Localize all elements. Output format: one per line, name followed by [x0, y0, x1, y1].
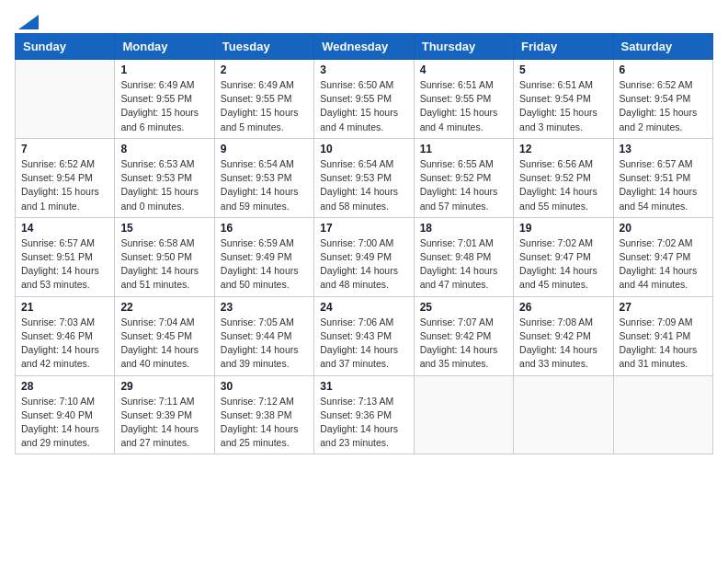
cell-details: Sunrise: 7:02 AMSunset: 9:47 PMDaylight:… — [620, 236, 707, 293]
day-number: 31 — [320, 380, 407, 393]
cell-details: Sunrise: 6:56 AMSunset: 9:52 PMDaylight:… — [519, 157, 607, 213]
calendar-week-row: 1Sunrise: 6:49 AMSunset: 9:55 PMDaylight… — [16, 60, 713, 139]
calendar-cell: 15Sunrise: 6:58 AMSunset: 9:50 PMDayligh… — [115, 217, 214, 296]
calendar-week-row: 14Sunrise: 6:57 AMSunset: 9:51 PMDayligh… — [16, 217, 713, 296]
cell-details: Sunrise: 7:13 AMSunset: 9:36 PMDaylight:… — [320, 395, 407, 451]
calendar-cell: 27Sunrise: 7:09 AMSunset: 9:41 PMDayligh… — [613, 296, 712, 375]
day-number: 20 — [620, 222, 707, 235]
cell-details: Sunrise: 6:57 AMSunset: 9:51 PMDaylight:… — [21, 236, 108, 293]
cell-details: Sunrise: 7:00 AMSunset: 9:49 PMDaylight:… — [320, 236, 407, 293]
calendar-header-row: SundayMondayTuesdayWednesdayThursdayFrid… — [16, 34, 713, 60]
cell-details: Sunrise: 6:57 AMSunset: 9:51 PMDaylight:… — [620, 157, 707, 213]
calendar-cell: 12Sunrise: 6:56 AMSunset: 9:52 PMDayligh… — [514, 138, 613, 217]
calendar-cell: 13Sunrise: 6:57 AMSunset: 9:51 PMDayligh… — [613, 138, 712, 217]
page-header — [15, 15, 713, 26]
weekday-header: Wednesday — [314, 34, 414, 60]
day-number: 24 — [320, 301, 407, 314]
day-number: 15 — [120, 222, 208, 235]
day-number: 18 — [420, 222, 507, 235]
calendar-cell: 11Sunrise: 6:55 AMSunset: 9:52 PMDayligh… — [414, 138, 513, 217]
calendar-cell: 31Sunrise: 7:13 AMSunset: 9:36 PMDayligh… — [314, 375, 414, 454]
day-number: 29 — [120, 380, 208, 393]
day-number: 5 — [519, 63, 607, 76]
weekday-header: Thursday — [414, 34, 513, 60]
calendar-cell: 26Sunrise: 7:08 AMSunset: 9:42 PMDayligh… — [514, 296, 613, 375]
day-number: 11 — [420, 143, 507, 155]
cell-details: Sunrise: 7:11 AMSunset: 9:39 PMDaylight:… — [120, 395, 208, 451]
day-number: 12 — [519, 143, 607, 155]
cell-details: Sunrise: 7:12 AMSunset: 9:38 PMDaylight:… — [221, 395, 308, 451]
day-number: 16 — [221, 222, 308, 235]
day-number: 23 — [221, 301, 308, 314]
cell-details: Sunrise: 6:58 AMSunset: 9:50 PMDaylight:… — [120, 236, 208, 293]
cell-details: Sunrise: 6:59 AMSunset: 9:49 PMDaylight:… — [221, 236, 308, 293]
calendar-cell — [414, 375, 513, 454]
cell-details: Sunrise: 7:06 AMSunset: 9:43 PMDaylight:… — [320, 316, 407, 372]
cell-details: Sunrise: 7:08 AMSunset: 9:42 PMDaylight:… — [519, 316, 607, 372]
day-number: 4 — [420, 63, 507, 76]
calendar-cell: 4Sunrise: 6:51 AMSunset: 9:55 PMDaylight… — [414, 60, 513, 139]
calendar-cell: 19Sunrise: 7:02 AMSunset: 9:47 PMDayligh… — [514, 217, 613, 296]
day-number: 22 — [120, 301, 208, 314]
day-number: 14 — [21, 222, 108, 235]
calendar-cell: 24Sunrise: 7:06 AMSunset: 9:43 PMDayligh… — [314, 296, 414, 375]
calendar-cell — [613, 375, 712, 454]
calendar-cell: 25Sunrise: 7:07 AMSunset: 9:42 PMDayligh… — [414, 296, 513, 375]
cell-details: Sunrise: 6:49 AMSunset: 9:55 PMDaylight:… — [120, 78, 208, 134]
calendar-cell: 6Sunrise: 6:52 AMSunset: 9:54 PMDaylight… — [613, 60, 712, 139]
day-number: 17 — [320, 222, 407, 235]
day-number: 10 — [320, 143, 407, 155]
day-number: 25 — [420, 301, 507, 314]
calendar-week-row: 28Sunrise: 7:10 AMSunset: 9:40 PMDayligh… — [16, 375, 713, 454]
calendar-cell: 21Sunrise: 7:03 AMSunset: 9:46 PMDayligh… — [16, 296, 115, 375]
cell-details: Sunrise: 7:05 AMSunset: 9:44 PMDaylight:… — [221, 316, 308, 372]
day-number: 3 — [320, 63, 407, 76]
calendar-cell: 8Sunrise: 6:53 AMSunset: 9:53 PMDaylight… — [115, 138, 214, 217]
cell-details: Sunrise: 7:07 AMSunset: 9:42 PMDaylight:… — [420, 316, 507, 372]
weekday-header: Tuesday — [214, 34, 313, 60]
cell-details: Sunrise: 6:54 AMSunset: 9:53 PMDaylight:… — [221, 157, 308, 213]
day-number: 2 — [221, 63, 308, 76]
calendar-cell: 28Sunrise: 7:10 AMSunset: 9:40 PMDayligh… — [16, 375, 115, 454]
weekday-header: Monday — [115, 34, 214, 60]
calendar-cell: 14Sunrise: 6:57 AMSunset: 9:51 PMDayligh… — [16, 217, 115, 296]
calendar-cell: 23Sunrise: 7:05 AMSunset: 9:44 PMDayligh… — [214, 296, 313, 375]
cell-details: Sunrise: 6:52 AMSunset: 9:54 PMDaylight:… — [620, 78, 707, 134]
cell-details: Sunrise: 7:01 AMSunset: 9:48 PMDaylight:… — [420, 236, 507, 293]
cell-details: Sunrise: 6:49 AMSunset: 9:55 PMDaylight:… — [221, 78, 308, 134]
svg-marker-0 — [18, 15, 39, 29]
cell-details: Sunrise: 7:09 AMSunset: 9:41 PMDaylight:… — [620, 316, 707, 372]
day-number: 7 — [21, 143, 108, 155]
calendar-cell: 10Sunrise: 6:54 AMSunset: 9:53 PMDayligh… — [314, 138, 414, 217]
calendar-week-row: 7Sunrise: 6:52 AMSunset: 9:54 PMDaylight… — [16, 138, 713, 217]
cell-details: Sunrise: 6:54 AMSunset: 9:53 PMDaylight:… — [320, 157, 407, 213]
cell-details: Sunrise: 6:53 AMSunset: 9:53 PMDaylight:… — [120, 157, 208, 213]
cell-details: Sunrise: 7:02 AMSunset: 9:47 PMDaylight:… — [519, 236, 607, 293]
calendar-cell: 3Sunrise: 6:50 AMSunset: 9:55 PMDaylight… — [314, 60, 414, 139]
calendar-cell — [514, 375, 613, 454]
calendar-cell: 20Sunrise: 7:02 AMSunset: 9:47 PMDayligh… — [613, 217, 712, 296]
day-number: 30 — [221, 380, 308, 393]
day-number: 8 — [120, 143, 208, 155]
calendar-cell: 17Sunrise: 7:00 AMSunset: 9:49 PMDayligh… — [314, 217, 414, 296]
logo — [15, 15, 39, 26]
calendar-cell: 29Sunrise: 7:11 AMSunset: 9:39 PMDayligh… — [115, 375, 214, 454]
day-number: 6 — [620, 63, 707, 76]
cell-details: Sunrise: 7:10 AMSunset: 9:40 PMDaylight:… — [21, 395, 108, 451]
cell-details: Sunrise: 6:51 AMSunset: 9:55 PMDaylight:… — [420, 78, 507, 134]
cell-details: Sunrise: 7:04 AMSunset: 9:45 PMDaylight:… — [120, 316, 208, 372]
calendar-cell: 16Sunrise: 6:59 AMSunset: 9:49 PMDayligh… — [214, 217, 313, 296]
calendar-cell: 30Sunrise: 7:12 AMSunset: 9:38 PMDayligh… — [214, 375, 313, 454]
cell-details: Sunrise: 6:52 AMSunset: 9:54 PMDaylight:… — [21, 157, 108, 213]
calendar-week-row: 21Sunrise: 7:03 AMSunset: 9:46 PMDayligh… — [16, 296, 713, 375]
cell-details: Sunrise: 7:03 AMSunset: 9:46 PMDaylight:… — [21, 316, 108, 372]
weekday-header: Friday — [514, 34, 613, 60]
day-number: 27 — [620, 301, 707, 314]
calendar-cell: 7Sunrise: 6:52 AMSunset: 9:54 PMDaylight… — [16, 138, 115, 217]
day-number: 13 — [620, 143, 707, 155]
calendar-cell: 22Sunrise: 7:04 AMSunset: 9:45 PMDayligh… — [115, 296, 214, 375]
day-number: 28 — [21, 380, 108, 393]
calendar-cell: 2Sunrise: 6:49 AMSunset: 9:55 PMDaylight… — [214, 60, 313, 139]
cell-details: Sunrise: 6:55 AMSunset: 9:52 PMDaylight:… — [420, 157, 507, 213]
calendar-cell: 5Sunrise: 6:51 AMSunset: 9:54 PMDaylight… — [514, 60, 613, 139]
